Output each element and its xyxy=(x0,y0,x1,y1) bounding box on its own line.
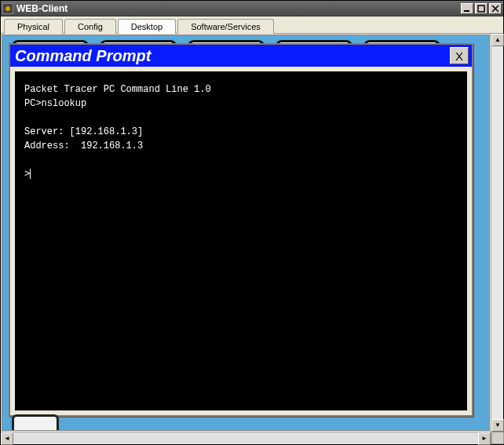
tab-desktop[interactable]: Desktop xyxy=(118,19,176,34)
horizontal-scrollbar[interactable]: ◄ ► xyxy=(1,432,491,444)
tab-config[interactable]: Config xyxy=(64,19,116,34)
tab-strip: Physical Config Desktop Software/Service… xyxy=(1,16,503,34)
desktop-app-icon[interactable] xyxy=(12,414,59,431)
terminal-cursor xyxy=(30,169,31,179)
minimize-icon xyxy=(463,5,471,13)
arrow-right-icon: ► xyxy=(481,436,488,442)
svg-rect-1 xyxy=(478,5,484,12)
command-prompt-body: Packet Tracer PC Command Line 1.0 PC>nsl… xyxy=(10,67,472,415)
close-icon xyxy=(491,5,499,13)
scroll-left-button[interactable]: ◄ xyxy=(1,432,13,445)
scroll-track[interactable] xyxy=(491,46,503,419)
window-title: WEB-Client xyxy=(16,3,459,14)
arrow-down-icon: ▼ xyxy=(495,422,501,429)
command-prompt-window: Command Prompt X Packet Tracer PC Comman… xyxy=(9,43,473,417)
desktop-area: Command Prompt X Packet Tracer PC Comman… xyxy=(2,35,490,431)
arrow-left-icon: ◄ xyxy=(4,436,10,442)
app-icon xyxy=(2,3,13,14)
command-prompt-titlebar: Command Prompt X xyxy=(10,45,472,67)
maximize-button[interactable] xyxy=(475,3,488,14)
command-prompt-title: Command Prompt xyxy=(15,47,450,65)
close-button[interactable] xyxy=(489,3,502,14)
app-window: WEB-Client Physical Config Desktop Softw… xyxy=(0,0,504,445)
terminal[interactable]: Packet Tracer PC Command Line 1.0 PC>nsl… xyxy=(15,71,467,410)
desktop-main: Command Prompt X Packet Tracer PC Comman… xyxy=(1,34,491,444)
scroll-right-button[interactable]: ► xyxy=(478,432,491,445)
scroll-up-button[interactable]: ▲ xyxy=(491,34,504,46)
scroll-corner xyxy=(491,432,504,444)
maximize-icon xyxy=(477,5,485,13)
terminal-output: Packet Tracer PC Command Line 1.0 PC>nsl… xyxy=(24,84,211,180)
tab-physical[interactable]: Physical xyxy=(4,19,63,34)
desktop-wrap: Command Prompt X Packet Tracer PC Comman… xyxy=(1,34,503,444)
scroll-down-button[interactable]: ▼ xyxy=(491,419,504,432)
minimize-button[interactable] xyxy=(461,3,473,14)
vertical-scrollbar[interactable]: ▲ ▼ xyxy=(491,34,503,444)
tab-software-services[interactable]: Software/Services xyxy=(177,19,274,34)
command-prompt-close-button[interactable]: X xyxy=(450,47,469,64)
arrow-up-icon: ▲ xyxy=(495,37,501,43)
titlebar: WEB-Client xyxy=(1,1,503,16)
